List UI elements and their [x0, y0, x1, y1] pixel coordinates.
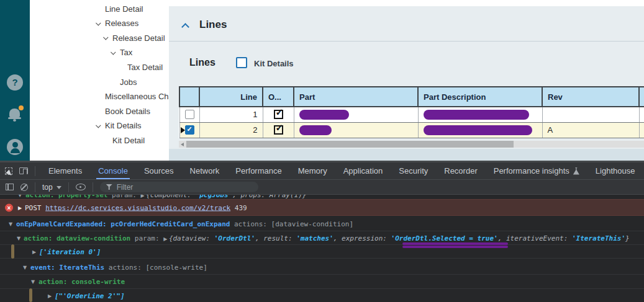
context-label: top: [42, 183, 53, 192]
kit-details-label: Kit Details: [254, 59, 294, 68]
console-segment: action: property-set: [25, 195, 107, 198]
device-toolbar-icon[interactable]: [19, 167, 28, 174]
rev-cell: [542, 107, 639, 122]
column-header[interactable]: C: [639, 87, 644, 107]
table-row[interactable]: 2A: [179, 122, 644, 138]
sidebar-tree-item[interactable]: Kit Detail: [104, 135, 145, 146]
context-selector[interactable]: top: [42, 183, 61, 192]
sidebar-tree-item[interactable]: Tax: [112, 47, 132, 58]
sidebar-tree-item[interactable]: Line Detail: [97, 3, 143, 14]
tab-application[interactable]: Application: [335, 162, 391, 179]
redaction-bar: [402, 246, 508, 248]
chevron-down-icon: [96, 123, 101, 128]
toolbar-divider: [35, 166, 35, 176]
tree-item-label: Jobs: [120, 78, 137, 87]
table-row[interactable]: 1: [179, 107, 644, 122]
column-header[interactable]: [179, 87, 199, 107]
sidebar-tree-item[interactable]: Release Detail: [104, 32, 165, 43]
active-row-marker-icon: [181, 127, 185, 133]
scrollbar-left-arrow-icon[interactable]: [181, 143, 184, 146]
expand-caret-icon[interactable]: ▼: [23, 265, 27, 270]
console-text: event: IterateThis actions: [console-wri…: [30, 264, 207, 272]
rev-cell: A: [542, 122, 639, 138]
filter-funnel-icon: [106, 184, 112, 190]
tab-console[interactable]: Console: [90, 162, 136, 179]
tab-label: Lighthouse: [596, 162, 635, 179]
tab-label: Application: [343, 162, 383, 179]
console-sidebar-icon[interactable]: [6, 184, 14, 190]
tree-item-label: Kit Detail: [112, 136, 145, 145]
tab-network[interactable]: Network: [182, 162, 228, 179]
column-header[interactable]: Part: [294, 87, 418, 107]
tree-item-label: Line Detail: [105, 4, 143, 14]
inspect-element-icon[interactable]: [5, 167, 12, 175]
tab-memory[interactable]: Memory: [290, 162, 335, 179]
console-log-row: ▶['iteration 0']: [0, 245, 644, 259]
expand-caret-icon[interactable]: ▶: [48, 293, 52, 298]
person-body: [11, 148, 20, 153]
console-segment: 'OrderDtl.Selected = true': [391, 234, 498, 242]
tab-lighthouse[interactable]: Lighthouse: [587, 162, 643, 179]
tab-sources[interactable]: Sources: [136, 162, 182, 179]
console-text: action: console-write: [39, 278, 125, 286]
notification-badge: [19, 105, 24, 110]
sidebar-tree-item[interactable]: Kit Details: [97, 120, 142, 131]
row-checkbox[interactable]: [185, 110, 194, 119]
expand-caret-icon[interactable]: ▶: [32, 249, 36, 254]
console-link[interactable]: https://dc.services.visualstudio.com/v2/…: [45, 203, 230, 211]
sidebar-tree-item[interactable]: Jobs: [112, 76, 137, 87]
expand-caret-icon[interactable]: ▶: [18, 205, 22, 210]
tab-performance-insights[interactable]: Performance insights: [486, 162, 587, 179]
tab-label: Sources: [144, 162, 174, 179]
console-segment: 'pcgJobs': [196, 195, 233, 198]
o-flag-cell: [263, 107, 294, 122]
console-segment: 'OrderDtl': [214, 234, 255, 242]
sidebar-tree-item[interactable]: Book Details: [97, 105, 150, 117]
column-header[interactable]: Line: [199, 87, 263, 107]
row-select-cell[interactable]: [179, 122, 199, 138]
part-description-cell: [418, 107, 542, 122]
scrollbar-thumb[interactable]: [186, 141, 514, 148]
tab-recorder[interactable]: Recorder: [436, 162, 485, 179]
redaction-blob: [299, 125, 332, 135]
console-segment: , result:: [255, 234, 296, 242]
console-segment: ["'OrderLine 2'"]: [55, 291, 125, 300]
row-select-cell[interactable]: [179, 107, 199, 122]
column-header[interactable]: O...: [263, 87, 294, 107]
console-text: action: dataview-condition param: ▶ {dat…: [24, 234, 630, 242]
kit-details-checkbox[interactable]: [236, 57, 247, 68]
sidebar-tree-item[interactable]: Releases: [97, 18, 138, 29]
sidebar-tree-item[interactable]: Tax Detail: [119, 61, 163, 73]
expand-caret-icon[interactable]: ▼: [18, 195, 22, 197]
tab-label: Performance: [235, 162, 281, 179]
tree-item-label: Tax: [120, 48, 132, 57]
expand-caret-icon[interactable]: ▼: [9, 221, 12, 227]
filter-input[interactable]: Filter: [100, 182, 258, 192]
clear-console-icon[interactable]: [20, 184, 28, 191]
devtools: ElementsConsoleSourcesNetworkPerformance…: [0, 161, 644, 302]
horizontal-scrollbar[interactable]: [179, 141, 644, 148]
app-window: ? Line DetailReleasesRelease DetailTaxTa…: [0, 0, 644, 162]
console-segment: ['iteration 0']: [39, 247, 101, 255]
panel-background: [169, 6, 644, 162]
console-segment: Array(1)}: [270, 195, 307, 198]
expand-caret-icon[interactable]: ▼: [31, 279, 35, 285]
tab-label: Security: [399, 162, 428, 179]
column-header[interactable]: Part Description: [418, 87, 542, 107]
help-icon[interactable]: ?: [7, 74, 23, 91]
tab-label: Memory: [298, 162, 327, 179]
expand-caret-icon[interactable]: ▼: [17, 235, 20, 241]
tab-label: Elements: [48, 162, 82, 179]
tab-security[interactable]: Security: [391, 162, 436, 179]
column-header[interactable]: Rev: [542, 87, 639, 107]
profile-icon[interactable]: [7, 139, 23, 155]
live-expression-eye-icon[interactable]: [76, 184, 86, 190]
row-checkbox[interactable]: [185, 125, 194, 135]
error-icon: ×: [5, 203, 13, 211]
chevron-down-icon: [96, 20, 101, 25]
console-toolbar: top Filter: [0, 179, 644, 195]
main-panel: Lines Lines Kit Details LineO...PartPart…: [169, 0, 644, 162]
tab-performance[interactable]: Performance: [227, 162, 289, 179]
notifications-bell-icon[interactable]: [7, 107, 23, 123]
tab-elements[interactable]: Elements: [40, 162, 90, 179]
